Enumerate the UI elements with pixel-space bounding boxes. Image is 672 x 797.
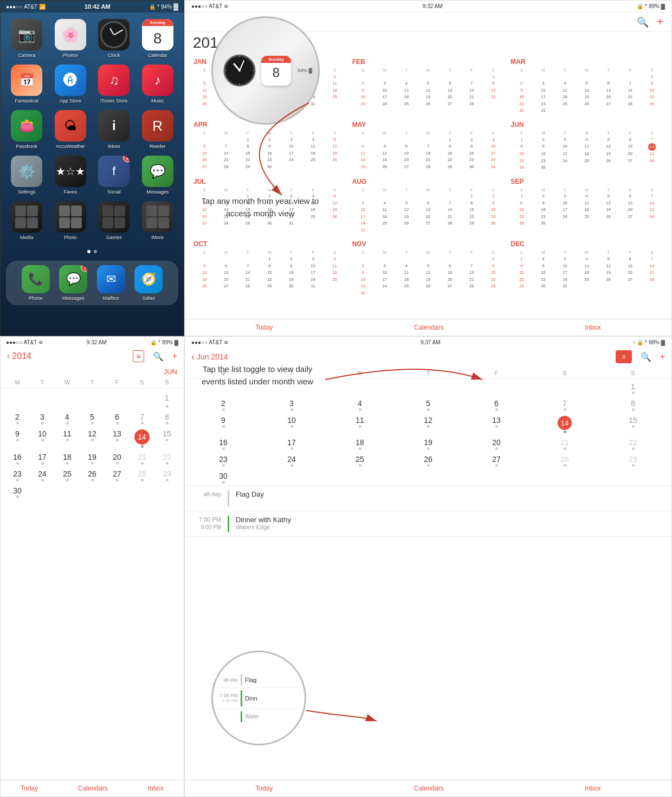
app-photo[interactable]: Photo: [52, 201, 89, 240]
june-22[interactable]: 22: [154, 449, 179, 466]
app-appstore[interactable]: 🅐 App Store: [52, 65, 89, 104]
june-23[interactable]: 23: [5, 466, 30, 483]
events-add-icon[interactable]: +: [660, 352, 665, 362]
june-2[interactable]: 2: [5, 409, 30, 426]
mini-month-jun[interactable]: JUN SMTWTFS 1234567 891011121314 1516171…: [507, 119, 666, 176]
ev-june-26[interactable]: 26: [394, 452, 462, 468]
app-accuweather[interactable]: 🌤 AccuWeather: [52, 110, 89, 149]
mini-month-dec[interactable]: DEC SMTWTFS 1234567 891011121314 1516171…: [507, 238, 666, 301]
year-add-icon[interactable]: +: [657, 16, 663, 28]
month-search-icon[interactable]: 🔍: [153, 351, 164, 362]
mini-month-sep[interactable]: SEP SMTWTFS 1234567 891011121314 1516171…: [507, 176, 666, 239]
year-search-icon[interactable]: 🔍: [637, 16, 649, 28]
events-list-toggle[interactable]: ≡: [616, 350, 632, 363]
june-25[interactable]: 25: [55, 466, 80, 483]
app-social[interactable]: f 2 Social: [95, 156, 133, 195]
june-9[interactable]: 9: [5, 426, 30, 449]
ev-june-25[interactable]: 25: [326, 452, 394, 468]
mini-month-nov[interactable]: NOV SMTWTFS 1 2345678 9101112131415 1617…: [349, 238, 508, 301]
june-17[interactable]: 17: [30, 449, 55, 466]
app-music[interactable]: ♪ Music: [139, 65, 177, 104]
month-list-toggle-icon[interactable]: ≡: [133, 350, 144, 362]
june-1[interactable]: 1: [154, 388, 179, 409]
june-10[interactable]: 10: [30, 426, 55, 449]
ev-june-23[interactable]: 23: [189, 452, 257, 468]
ev-june-24[interactable]: 24: [257, 452, 326, 468]
app-itunes[interactable]: ♫ iTunes Store: [95, 65, 133, 104]
june-5[interactable]: 5: [80, 409, 105, 426]
ev-june-19[interactable]: 19: [394, 435, 462, 452]
event-row-allday[interactable]: all-day Flag Day: [185, 486, 671, 511]
month-tab-today[interactable]: Today: [21, 785, 38, 792]
ev-june-15[interactable]: 15: [599, 413, 667, 435]
dock-safari[interactable]: 🧭 Safari: [134, 265, 163, 301]
ev-june-20[interactable]: 20: [462, 435, 531, 452]
ev-june-21[interactable]: 21: [531, 435, 599, 452]
june-12[interactable]: 12: [80, 426, 105, 449]
june-3[interactable]: 3: [30, 409, 55, 426]
events-tab-inbox[interactable]: Inbox: [585, 785, 600, 792]
mini-month-mar[interactable]: MAR SMTWTFS 1 2345678 9101112131415 1617…: [507, 56, 666, 119]
ev-june-27[interactable]: 27: [462, 452, 531, 468]
june-11[interactable]: 11: [55, 426, 80, 449]
app-reeder[interactable]: R Reeder: [139, 110, 177, 149]
june-20[interactable]: 20: [105, 449, 130, 466]
june-29[interactable]: 29: [154, 466, 179, 483]
event-row-dinner[interactable]: 7:00 PM8:00 PM Dinner with Kathy Waters …: [185, 511, 671, 537]
mini-month-oct[interactable]: OCT SMTWTFS 1234 567891011 1213141516171…: [190, 238, 349, 301]
ev-june-10[interactable]: 10: [257, 413, 326, 435]
june-30[interactable]: 30: [5, 483, 30, 500]
june-8[interactable]: 8: [154, 409, 179, 426]
june-28[interactable]: 28: [130, 466, 154, 483]
june-16[interactable]: 16: [5, 449, 30, 466]
month-back-btn[interactable]: ‹ 2014: [7, 351, 31, 361]
year-tab-today[interactable]: Today: [255, 324, 273, 331]
app-camera[interactable]: 📷 Camera: [8, 19, 46, 58]
app-clock[interactable]: Clock: [95, 19, 133, 58]
june-13[interactable]: 13: [105, 426, 130, 449]
ev-june-28[interactable]: 28: [531, 452, 599, 468]
june-6[interactable]: 6: [105, 409, 130, 426]
month-add-icon[interactable]: +: [172, 351, 177, 361]
june-26[interactable]: 26: [80, 466, 105, 483]
ev-june-22[interactable]: 22: [599, 435, 667, 452]
june-24[interactable]: 24: [30, 466, 55, 483]
june-21[interactable]: 21: [130, 449, 154, 466]
june-14-today[interactable]: 14: [130, 426, 154, 449]
events-tab-calendars[interactable]: Calendars: [414, 785, 444, 792]
app-imore2[interactable]: iMore: [139, 201, 177, 240]
ev-june-18[interactable]: 18: [326, 435, 394, 452]
dock-phone[interactable]: 📞 Phone: [22, 265, 50, 301]
app-faves[interactable]: ★☆★ Faves: [52, 156, 89, 195]
june-7[interactable]: 7: [130, 409, 154, 426]
month-tab-calendars[interactable]: Calendars: [78, 785, 108, 792]
ev-june-1[interactable]: 1: [599, 379, 667, 396]
june-4[interactable]: 4: [55, 409, 80, 426]
app-imore[interactable]: i iMore: [95, 110, 133, 149]
app-messages[interactable]: 💬 Messages: [139, 156, 177, 195]
app-photos[interactable]: 🌸 Photos: [52, 19, 89, 58]
dock-mailbox[interactable]: ✉ Mailbox: [97, 265, 125, 301]
ev-june-29[interactable]: 29: [599, 452, 667, 468]
june-15[interactable]: 15: [154, 426, 179, 449]
app-calendar[interactable]: Sunday 8 Calendar: [139, 19, 177, 58]
ev-june-17[interactable]: 17: [257, 435, 326, 452]
ev-june-16[interactable]: 16: [189, 435, 257, 452]
events-search-icon[interactable]: 🔍: [641, 352, 651, 362]
app-settings[interactable]: ⚙️ Settings: [8, 156, 46, 195]
june-19[interactable]: 19: [80, 449, 105, 466]
events-back-btn[interactable]: ‹ Jun 2014: [191, 351, 228, 363]
app-games[interactable]: Games: [95, 201, 133, 240]
ev-june-3[interactable]: 3: [257, 396, 326, 413]
june-27[interactable]: 27: [105, 466, 130, 483]
dock-messages[interactable]: 💬 1 Messages: [59, 265, 87, 301]
month-tab-inbox[interactable]: Inbox: [148, 785, 164, 792]
ev-june-9[interactable]: 9: [189, 413, 257, 435]
ev-june-8[interactable]: 8: [599, 396, 667, 413]
year-tab-calendars[interactable]: Calendars: [414, 324, 444, 331]
ev-june-2[interactable]: 2: [189, 396, 257, 413]
year-tab-inbox[interactable]: Inbox: [585, 324, 600, 331]
ev-june-30[interactable]: 30: [189, 468, 257, 485]
app-media[interactable]: Media: [8, 201, 46, 240]
app-passbook[interactable]: 👛 Passbook: [8, 110, 46, 149]
